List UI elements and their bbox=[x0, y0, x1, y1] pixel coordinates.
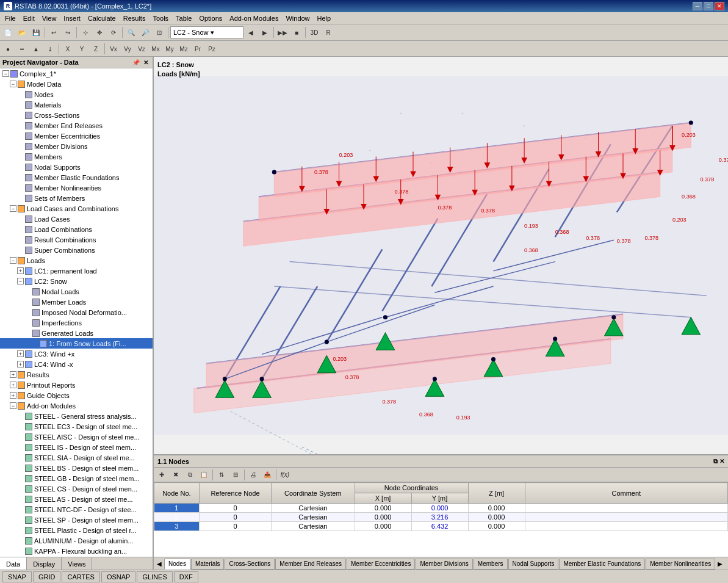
menu-view[interactable]: View bbox=[38, 13, 60, 23]
tb-select[interactable]: ⊹ bbox=[79, 26, 92, 39]
tree-item-setofmembers[interactable]: Sets of Members bbox=[0, 193, 153, 203]
tree-item-steel7[interactable]: STEEL GB - Design of steel mem... bbox=[0, 473, 153, 483]
bt-formula[interactable]: f(x) bbox=[278, 468, 292, 482]
menu-help[interactable]: Help bbox=[314, 13, 335, 23]
tree-item-steel3[interactable]: STEEL AISC - Design of steel me... bbox=[0, 432, 153, 442]
menu-file[interactable]: File bbox=[1, 13, 20, 23]
tree-item-printoutreports[interactable]: +Printout Reports bbox=[0, 380, 153, 390]
bt-filter[interactable]: ⊟ bbox=[229, 468, 242, 482]
tab-nav-right[interactable]: ▶ bbox=[716, 560, 724, 567]
tree-expander-memberelasticfoundations[interactable] bbox=[17, 174, 24, 181]
tree-item-fromsnoloads[interactable]: 1: From Snow Loads (Fi... bbox=[0, 338, 153, 349]
tb-view3d[interactable]: 3D bbox=[308, 26, 321, 39]
tb-x[interactable]: X bbox=[61, 42, 74, 56]
osnap-button[interactable]: OSNAP bbox=[101, 571, 136, 582]
tree-expander-membereccentricities[interactable] bbox=[17, 132, 24, 139]
tree-expander-loadcases[interactable] bbox=[17, 215, 24, 222]
tree-expander-loadcombinations[interactable] bbox=[17, 226, 24, 233]
tree-expander-memberdivisions[interactable] bbox=[17, 143, 24, 150]
tree-item-steel2[interactable]: STEEL EC3 - Design of steel me... bbox=[0, 421, 153, 432]
panel-controls[interactable]: ⧉ ✕ bbox=[713, 458, 724, 465]
tab-nodal-supports[interactable]: Nodal Supports bbox=[508, 559, 559, 570]
tree-expander-fromsnoloads[interactable] bbox=[32, 340, 38, 347]
tree-expander-nodalsupports[interactable] bbox=[17, 164, 24, 170]
bt-new-row[interactable]: ✚ bbox=[155, 468, 168, 482]
tb-redo[interactable]: ↪ bbox=[61, 26, 74, 39]
tree-expander-resultcombinations[interactable] bbox=[17, 236, 24, 243]
tree-expander-nodalloads[interactable] bbox=[24, 288, 31, 295]
tree-item-imposednodal[interactable]: Imposed Nodal Deformatio... bbox=[0, 307, 153, 317]
tree-expander-steel5[interactable] bbox=[17, 454, 24, 461]
tree-expander-members[interactable] bbox=[17, 153, 24, 160]
tab-materials[interactable]: Materials bbox=[191, 559, 225, 570]
tb-new[interactable]: 📄 bbox=[1, 26, 15, 39]
bt-paste[interactable]: 📋 bbox=[197, 468, 211, 482]
tree-expander-kappa[interactable] bbox=[17, 548, 24, 554]
tree-item-aluminium[interactable]: ALUMINIUM - Design of alumin... bbox=[0, 535, 153, 546]
tb-pz[interactable]: Pz bbox=[205, 42, 218, 56]
nav-header-buttons[interactable]: 📌 ✕ bbox=[132, 58, 150, 67]
maximize-button[interactable]: □ bbox=[704, 2, 713, 10]
tree-item-lc3[interactable]: +LC3: Wind +x bbox=[0, 349, 153, 359]
tree-item-steel12[interactable]: STEEL Plastic - Design of steel r... bbox=[0, 525, 153, 535]
tab-nav-left[interactable]: ◀ bbox=[155, 560, 164, 567]
tab-members[interactable]: Members bbox=[474, 559, 508, 570]
tree-expander-guideobjects[interactable]: + bbox=[10, 392, 16, 399]
menu-results[interactable]: Results bbox=[120, 13, 150, 23]
tree-expander-lc4[interactable]: + bbox=[17, 361, 24, 368]
tree-item-memberdivisions[interactable]: Member Divisions bbox=[0, 141, 153, 151]
tree-item-steel9[interactable]: STEEL AS - Design of steel me... bbox=[0, 494, 153, 504]
tb-rotate[interactable]: ⟳ bbox=[107, 26, 120, 39]
tree-expander-steel9[interactable] bbox=[17, 496, 24, 502]
tb-y[interactable]: Y bbox=[75, 42, 88, 56]
menu-addon[interactable]: Add-on Modules bbox=[226, 13, 282, 23]
viewport-area[interactable]: LC2 : Snow Loads [kN/m] bbox=[154, 57, 728, 454]
snap-button[interactable]: SNAP bbox=[2, 571, 32, 582]
tree-item-imperfections[interactable]: Imperfections bbox=[0, 317, 153, 328]
tree-expander-modeldata[interactable]: − bbox=[10, 81, 16, 87]
tree-item-steel6[interactable]: STEEL BS - Design of steel mem... bbox=[0, 463, 153, 473]
dxf-button[interactable]: DXF bbox=[174, 571, 198, 582]
tree-expander-materials[interactable] bbox=[17, 101, 24, 108]
menu-insert[interactable]: Insert bbox=[60, 13, 84, 23]
tree-expander-nodes[interactable] bbox=[17, 91, 24, 98]
tree-item-modeldata[interactable]: −Model Data bbox=[0, 79, 153, 89]
bt-sort[interactable]: ⇅ bbox=[215, 468, 228, 482]
tree-item-steel1[interactable]: STEEL - General stress analysis... bbox=[0, 411, 153, 421]
tree-item-loadcombinations[interactable]: Load Combinations bbox=[0, 224, 153, 234]
tb-next-lc[interactable]: ▶ bbox=[258, 26, 272, 39]
tree-expander-memberendreleases[interactable] bbox=[17, 122, 24, 129]
tb-mz[interactable]: Mz bbox=[177, 42, 190, 56]
tab-member-eccentricities[interactable]: Member Eccentricities bbox=[347, 559, 415, 570]
menu-options[interactable]: Options bbox=[195, 13, 226, 23]
tree-item-lc2[interactable]: −LC2: Snow bbox=[0, 276, 153, 286]
tree-item-crosssections[interactable]: Cross-Sections bbox=[0, 110, 153, 120]
tree-item-steel5[interactable]: STEEL SIA - Design of steel me... bbox=[0, 452, 153, 463]
tb-pr[interactable]: Pr bbox=[191, 42, 204, 56]
tb-zoom-in[interactable]: 🔍 bbox=[124, 26, 138, 39]
tree-expander-printoutreports[interactable]: + bbox=[10, 382, 16, 388]
tree-expander-steel3[interactable] bbox=[17, 433, 24, 440]
tree-expander-crosssections[interactable] bbox=[17, 112, 24, 118]
tree-item-steel8[interactable]: STEEL CS - Design of steel men... bbox=[0, 483, 153, 494]
table-row[interactable]: 20Cartesian0.0003.2160.000 bbox=[154, 513, 728, 522]
nav-close-button[interactable]: ✕ bbox=[142, 58, 150, 67]
tree-item-resultcombinations[interactable]: Result Combinations bbox=[0, 234, 153, 245]
tab-cross-sections[interactable]: Cross-Sections bbox=[225, 559, 275, 570]
tree-item-lc1[interactable]: +LC1: permanent load bbox=[0, 266, 153, 276]
tree-item-steel11[interactable]: STEEL SP - Design of steel mem... bbox=[0, 515, 153, 525]
tree-item-supercombinations[interactable]: Super Combinations bbox=[0, 245, 153, 255]
loadcase-dropdown[interactable]: LC2 - Snow ▾ bbox=[170, 26, 243, 38]
tree-expander-imperfections[interactable] bbox=[24, 319, 31, 326]
nav-tab-views[interactable]: Views bbox=[62, 557, 92, 570]
tree-item-generatedloads[interactable]: Generated Loads bbox=[0, 328, 153, 338]
close-button[interactable]: ✕ bbox=[715, 2, 724, 10]
tb-z[interactable]: Z bbox=[89, 42, 103, 56]
tb-my[interactable]: My bbox=[163, 42, 176, 56]
tree-expander-loads[interactable]: − bbox=[10, 257, 16, 264]
tree-item-complex1[interactable]: −Complex_1* bbox=[0, 68, 153, 79]
glines-button[interactable]: GLINES bbox=[137, 571, 172, 582]
tab-member-elastic-foundations[interactable]: Member Elastic Foundations bbox=[559, 559, 645, 570]
tree-container[interactable]: −Complex_1*−Model DataNodesMaterialsCros… bbox=[0, 68, 153, 557]
tb-results[interactable]: R bbox=[322, 26, 335, 39]
